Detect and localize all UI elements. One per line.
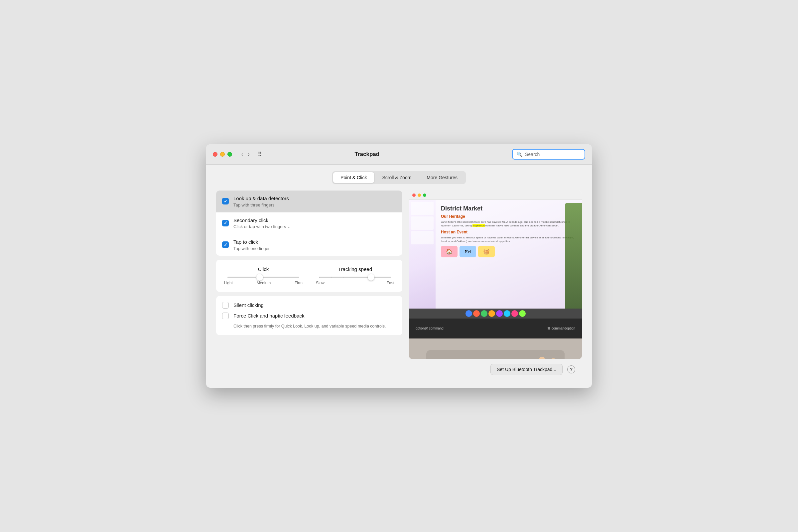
search-input[interactable]	[525, 152, 581, 157]
doc-text1: Janet Miller's little sandwich truck sur…	[441, 220, 576, 227]
dock-icon	[481, 310, 488, 317]
doc-heading2: Host an Event	[441, 230, 576, 234]
tap-to-click-checkbox[interactable]: ✓	[222, 241, 229, 248]
vegetable-decoration	[565, 203, 582, 308]
preferences-window: ‹ › ⠿ Trackpad 🔍 Point & Click Scroll & …	[206, 144, 592, 388]
help-button[interactable]: ?	[567, 365, 575, 374]
checkmark-icon2: ✓	[224, 221, 227, 225]
tracking-speed-slider-labels: Slow Fast	[316, 281, 394, 285]
tracking-speed-label: Tracking speed	[316, 266, 394, 272]
tap-to-click-text: Tap to click Tap with one finger	[233, 239, 396, 251]
dock-icon	[489, 310, 495, 317]
force-click-title: Force Click and haptic feedback	[233, 312, 304, 319]
tracking-speed-slider-group: Tracking speed	[316, 266, 394, 285]
doc-main: District Market Our Heritage Janet Mille…	[436, 200, 582, 308]
secondary-click-text: Secondary click Click or tap with two fi…	[233, 217, 396, 229]
keyboard-command-right: ⌘ command	[547, 326, 566, 330]
force-click-row: Force Click and haptic feedback	[222, 312, 396, 319]
bottom-section: Silent clicking Force Click and haptic f…	[216, 296, 402, 336]
look-up-checkbox[interactable]: ✓	[222, 198, 229, 205]
tab-more-gestures[interactable]: More Gestures	[419, 172, 465, 183]
tracking-min-label: Slow	[316, 281, 324, 285]
secondary-click-row: ✓ Secondary click Click or tap with two …	[216, 212, 402, 234]
tracking-speed-thumb[interactable]	[368, 274, 374, 281]
minimize-button[interactable]	[220, 152, 225, 157]
tracking-speed-slider-track	[319, 277, 391, 278]
preview-panel: District Market Our Heritage Janet Mille…	[409, 191, 582, 359]
tick	[331, 277, 331, 278]
keyboard-command-left: ⌘ command	[424, 326, 443, 330]
tabs-container: Point & Click Scroll & Zoom More Gesture…	[216, 171, 582, 184]
secondary-click-subtitle: Click or tap with two fingers ⌄	[233, 224, 396, 229]
click-slider-group: Click Light Medium Firm	[224, 266, 303, 285]
window-title: Trackpad	[227, 151, 507, 158]
main-area: ✓ Look up & data detectors Tap with thre…	[216, 191, 582, 359]
doc-thumb	[411, 231, 434, 244]
click-slider-labels: Light Medium Firm	[224, 281, 303, 285]
click-mid-label: Medium	[257, 281, 271, 285]
secondary-click-checkbox[interactable]: ✓	[222, 220, 229, 226]
card-plate: 🍽	[459, 246, 476, 258]
doc-title: District Market	[441, 205, 576, 212]
bluetooth-button[interactable]: Set Up Bluetooth Trackpad...	[491, 364, 563, 375]
tab-scroll-zoom[interactable]: Scroll & Zoom	[375, 172, 419, 183]
close-button[interactable]	[213, 152, 217, 157]
highlight-text: inspiration	[473, 224, 484, 227]
doc-thumb	[411, 202, 434, 215]
search-icon: 🔍	[517, 152, 522, 157]
tick	[355, 277, 355, 278]
secondary-click-title: Secondary click	[233, 217, 396, 224]
search-box[interactable]: 🔍	[512, 149, 585, 159]
dock-icon	[519, 310, 526, 317]
card-basket: 🧺	[478, 246, 495, 258]
click-slider-thumb[interactable]	[256, 274, 263, 281]
dock-icon	[466, 310, 472, 317]
dot-green	[423, 193, 426, 197]
look-up-text: Look up & data detectors Tap with three …	[233, 195, 396, 208]
preview-mac-screen: District Market Our Heritage Janet Mille…	[409, 191, 582, 308]
tick	[379, 277, 379, 278]
doc-thumb	[411, 216, 434, 230]
titlebar: ‹ › ⠿ Trackpad 🔍	[206, 144, 592, 165]
tab-group: Point & Click Scroll & Zoom More Gesture…	[332, 171, 466, 184]
trackpad-visual	[426, 350, 565, 359]
tick	[319, 277, 320, 278]
doc-sidebar	[409, 200, 436, 308]
preview-keyboard: option ⌘ command ⌘ command option	[409, 319, 582, 339]
settings-container: ✓ Look up & data detectors Tap with thre…	[216, 191, 402, 256]
click-slider-track	[227, 277, 299, 278]
content-area: Point & Click Scroll & Zoom More Gesture…	[206, 165, 592, 388]
doc-heading1: Our Heritage	[441, 214, 576, 219]
mac-content: District Market Our Heritage Janet Mille…	[409, 200, 582, 308]
preview-trackpad-area: iBoysoft	[409, 339, 582, 359]
tap-to-click-title: Tap to click	[233, 239, 396, 245]
dot-yellow	[418, 193, 421, 197]
dock-icon	[511, 310, 518, 317]
sliders-row: Click Light Medium Firm	[224, 266, 394, 285]
force-click-description: Click then press firmly for Quick Look, …	[222, 323, 396, 329]
finger2	[537, 357, 547, 359]
finger3	[549, 358, 558, 359]
dock-icon	[473, 310, 480, 317]
tracking-max-label: Fast	[387, 281, 394, 285]
look-up-title: Look up & data detectors	[233, 195, 396, 202]
left-panel: ✓ Look up & data detectors Tap with thre…	[216, 191, 402, 359]
silent-clicking-checkbox[interactable]	[222, 302, 229, 308]
footer-bar: Set Up Bluetooth Trackpad... ?	[216, 359, 582, 380]
dock-icon	[496, 310, 503, 317]
doc-cards: 🏠 🍽 🧺	[441, 246, 576, 258]
tick	[367, 277, 367, 278]
mac-window-chrome	[409, 191, 582, 200]
checkmark-icon3: ✓	[224, 242, 227, 247]
doc-text2: Whether you want to rent our space or ha…	[441, 236, 576, 243]
silent-clicking-row: Silent clicking	[222, 302, 396, 308]
force-click-checkbox[interactable]	[222, 312, 229, 319]
tab-point-click[interactable]: Point & Click	[333, 172, 374, 183]
keyboard-option-left: option	[416, 326, 424, 330]
silent-clicking-title: Silent clicking	[233, 302, 264, 308]
click-min-label: Light	[224, 281, 233, 285]
tick	[343, 277, 343, 278]
keyboard-option-right: option	[566, 326, 575, 330]
look-up-subtitle: Tap with three fingers	[233, 203, 396, 208]
dropdown-arrow-icon[interactable]: ⌄	[287, 225, 290, 229]
